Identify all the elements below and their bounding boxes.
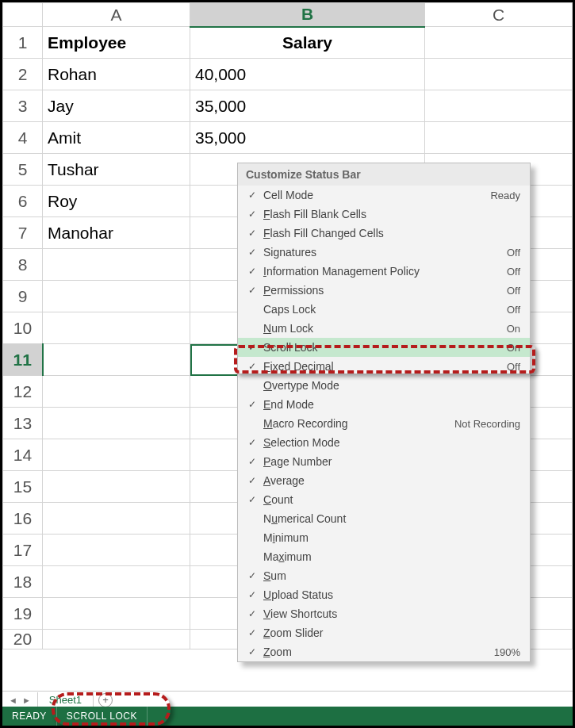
menu-item-scroll-lock[interactable]: ✓Scroll LockOn — [238, 338, 530, 357]
cell[interactable] — [43, 503, 190, 535]
menu-item-num-lock[interactable]: Num LockOn — [238, 319, 530, 338]
menu-item-numerical-count[interactable]: Numerical Count — [238, 509, 530, 528]
cell[interactable]: Tushar — [43, 154, 190, 186]
cell[interactable]: Jay — [43, 90, 190, 122]
cell[interactable]: Manohar — [43, 217, 190, 249]
menu-item-zoom-slider[interactable]: ✓Zoom Slider — [238, 623, 530, 642]
row-header[interactable]: 14 — [3, 439, 43, 471]
row-header[interactable]: 10 — [3, 312, 43, 344]
cell[interactable]: Roy — [43, 186, 190, 217]
menu-item-fixed-decimal[interactable]: ✓Fixed DecimalOff — [238, 357, 530, 376]
menu-item-label: Maximum — [260, 550, 520, 563]
cell[interactable] — [425, 59, 573, 90]
menu-item-count[interactable]: ✓Count — [238, 490, 530, 509]
menu-item-flash-fill-changed-cells[interactable]: ✓Flash Fill Changed Cells — [238, 224, 530, 243]
cell[interactable] — [43, 376, 190, 408]
menu-item-overtype-mode[interactable]: Overtype Mode — [238, 376, 530, 395]
row-header[interactable]: 15 — [3, 471, 43, 503]
menu-item-label: Flash Fill Changed Cells — [260, 227, 520, 239]
cell[interactable] — [43, 408, 190, 439]
sheet-tab[interactable]: Sheet1 — [37, 692, 94, 708]
col-header-A[interactable]: A — [43, 3, 190, 27]
row-header[interactable]: 9 — [3, 281, 43, 312]
menu-item-view-shortcuts[interactable]: ✓View Shortcuts — [238, 604, 530, 623]
customize-status-bar-menu[interactable]: Customize Status Bar ✓Cell ModeReady✓Fla… — [237, 163, 531, 662]
cell[interactable] — [43, 344, 190, 376]
tab-nav-arrows[interactable]: ◄► — [2, 695, 37, 705]
cell[interactable]: Rohan — [43, 59, 190, 90]
menu-item-value: Off — [500, 247, 520, 259]
menu-item-caps-lock[interactable]: Caps LockOff — [238, 300, 530, 319]
cell[interactable] — [43, 281, 190, 312]
menu-item-information-management-policy[interactable]: ✓Information Management PolicyOff — [238, 262, 530, 281]
menu-item-value: Off — [500, 285, 520, 297]
check-icon: ✓ — [244, 475, 260, 486]
menu-item-page-number[interactable]: ✓Page Number — [238, 452, 530, 471]
menu-item-label: Macro Recording — [260, 417, 448, 430]
row-header[interactable]: 17 — [3, 535, 43, 566]
row-header[interactable]: 4 — [3, 122, 43, 154]
check-icon: ✓ — [244, 342, 260, 353]
cell[interactable]: 35,000 — [190, 90, 425, 122]
row-header[interactable]: 6 — [3, 186, 43, 217]
row-header[interactable]: 7 — [3, 217, 43, 249]
cell[interactable] — [43, 312, 190, 344]
menu-item-cell-mode[interactable]: ✓Cell ModeReady — [238, 186, 530, 205]
row-header[interactable]: 13 — [3, 408, 43, 439]
check-icon: ✓ — [244, 361, 260, 372]
menu-item-macro-recording[interactable]: Macro RecordingNot Recording — [238, 414, 530, 433]
menu-item-label: Minimum — [260, 531, 520, 544]
row-header[interactable]: 19 — [3, 598, 43, 630]
cell[interactable]: Salary — [190, 27, 425, 59]
row-header[interactable]: 16 — [3, 503, 43, 535]
status-scroll-lock: SCROLL LOCK — [57, 707, 148, 726]
menu-item-zoom[interactable]: ✓Zoom190% — [238, 642, 530, 661]
cell[interactable] — [425, 90, 573, 122]
cell[interactable] — [43, 630, 190, 649]
cell[interactable] — [425, 122, 573, 154]
check-icon: ✓ — [244, 437, 260, 448]
menu-item-minimum[interactable]: Minimum — [238, 528, 530, 547]
cell[interactable]: 35,000 — [190, 122, 425, 154]
cell[interactable]: Amit — [43, 122, 190, 154]
cell[interactable] — [425, 27, 573, 59]
row-header[interactable]: 5 — [3, 154, 43, 186]
menu-item-sum[interactable]: ✓Sum — [238, 566, 530, 585]
menu-item-permissions[interactable]: ✓PermissionsOff — [238, 281, 530, 300]
menu-item-label: Caps Lock — [260, 303, 500, 316]
menu-item-selection-mode[interactable]: ✓Selection Mode — [238, 433, 530, 452]
menu-item-value: On — [500, 342, 520, 354]
menu-item-label: Average — [260, 474, 520, 487]
row-header[interactable]: 12 — [3, 376, 43, 408]
select-all-corner[interactable] — [3, 3, 43, 27]
menu-item-upload-status[interactable]: ✓Upload Status — [238, 585, 530, 604]
cell[interactable] — [43, 471, 190, 503]
check-icon: ✓ — [244, 589, 260, 600]
row-header[interactable]: 2 — [3, 59, 43, 90]
col-header-B[interactable]: B — [190, 3, 425, 27]
menu-item-maximum[interactable]: Maximum — [238, 547, 530, 566]
cell[interactable] — [43, 535, 190, 566]
new-sheet-button[interactable]: + — [98, 693, 113, 707]
check-icon: ✓ — [244, 190, 260, 201]
cell[interactable] — [43, 598, 190, 630]
menu-item-flash-fill-blank-cells[interactable]: ✓Flash Fill Blank Cells — [238, 205, 530, 224]
row-header[interactable]: 3 — [3, 90, 43, 122]
menu-item-average[interactable]: ✓Average — [238, 471, 530, 490]
row-header[interactable]: 20 — [3, 630, 43, 649]
menu-item-label: End Mode — [260, 398, 520, 411]
check-icon: ✓ — [244, 627, 260, 638]
cell[interactable] — [43, 439, 190, 471]
row-header[interactable]: 11 — [3, 344, 43, 376]
cell[interactable]: Employee — [43, 27, 190, 59]
menu-item-signatures[interactable]: ✓SignaturesOff — [238, 243, 530, 262]
row-header[interactable]: 8 — [3, 249, 43, 281]
row-header[interactable]: 1 — [3, 27, 43, 59]
cell[interactable] — [43, 566, 190, 598]
cell[interactable]: 40,000 — [190, 59, 425, 90]
menu-item-label: Upload Status — [260, 588, 520, 601]
col-header-C[interactable]: C — [425, 3, 573, 27]
cell[interactable] — [43, 249, 190, 281]
menu-item-end-mode[interactable]: ✓End Mode — [238, 395, 530, 414]
row-header[interactable]: 18 — [3, 566, 43, 598]
